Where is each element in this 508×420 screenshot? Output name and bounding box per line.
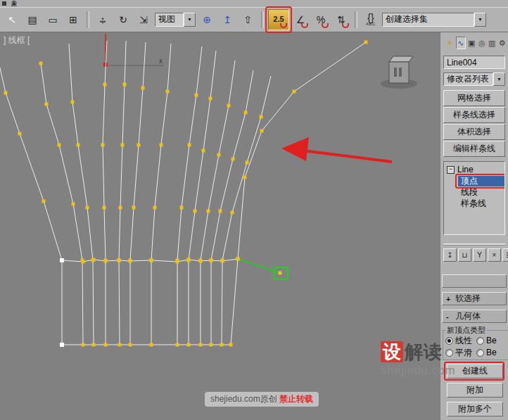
rollout-selection[interactable] xyxy=(442,274,507,288)
watermark-accent: 设 xyxy=(381,341,403,362)
stack-root-item[interactable]: −Line xyxy=(444,164,504,175)
configure-modifier-sets-icon[interactable]: ☰ xyxy=(502,248,508,262)
select-and-rotate-icon[interactable]: ↻ xyxy=(114,10,132,30)
panel-button-wrap: 附加 xyxy=(447,383,502,397)
reference-coordinate-dropdown[interactable]: 视图▼ xyxy=(155,13,196,27)
rollout-toggle-icon[interactable]: - xyxy=(446,312,452,321)
group-legend: 新顶点类型 xyxy=(445,325,487,336)
stack-toolbar: ↧⊔Y×☰ xyxy=(443,245,505,262)
command-button[interactable]: 附加多个 xyxy=(447,402,503,416)
watermark-site: shejiedu.com xyxy=(381,364,455,378)
selection-region-icon[interactable]: ▭ xyxy=(44,10,62,30)
dropdown-arrow-icon[interactable]: ▼ xyxy=(474,13,486,27)
select-object-icon-glyph: ↖ xyxy=(8,15,16,25)
edit-named-selections-icon[interactable]: {}ABC xyxy=(362,10,380,30)
tab-display-icon[interactable]: ▥ xyxy=(488,37,497,49)
rollout-geometry[interactable]: -几何体 xyxy=(442,310,507,323)
radio-icon xyxy=(476,349,484,357)
make-unique-icon[interactable]: Y xyxy=(473,248,486,262)
selection-region-icon-glyph: ▭ xyxy=(48,15,57,25)
menu-strip: 象 xyxy=(0,0,508,7)
radio-option[interactable]: Be xyxy=(476,336,508,345)
modifier-button[interactable]: 编辑样条线 xyxy=(443,141,505,157)
magnet-icon xyxy=(322,23,329,28)
use-pivot-center-icon-glyph: ⊕ xyxy=(203,15,211,25)
spline-network xyxy=(0,41,366,345)
command-button[interactable]: 附加 xyxy=(447,383,503,397)
spinner-snap-icon[interactable]: ⇅ xyxy=(332,10,350,30)
main-toolbar: ↖▤▭⊞↔↕↻⇲视图▼⊕↥⇧2.5∠%⇅{}ABC创建选择集▼ xyxy=(0,7,508,32)
radio-label: Be xyxy=(486,336,497,345)
show-end-result-icon[interactable]: ⊔ xyxy=(458,248,471,262)
rollouts: +软选择-几何体 xyxy=(442,274,507,323)
modifier-button[interactable]: 体积选择 xyxy=(443,124,505,140)
named-selection-set-dropdown[interactable]: 创建选择集▼ xyxy=(382,13,486,27)
viewport-label[interactable]: ] 线框 [ xyxy=(4,34,30,46)
remove-modifier-icon[interactable]: × xyxy=(488,248,501,262)
watermark-footer-warning: 禁止转载 xyxy=(279,394,313,404)
select-by-name-icon[interactable]: ▤ xyxy=(23,10,42,30)
snap-toggle-2.5-icon[interactable]: 2.5 xyxy=(268,9,289,30)
window-crossing-icon-glyph: ⊞ xyxy=(69,15,77,25)
toolbar-separator xyxy=(261,11,264,28)
magnet-icon xyxy=(280,23,287,28)
stack-item[interactable]: 顶点 xyxy=(444,175,504,186)
watermark-logo: 设解读 shejiedu.com xyxy=(381,342,455,377)
tab-utilities-icon[interactable]: ⚙ xyxy=(498,37,507,49)
stack-item[interactable]: 样条线 xyxy=(444,198,504,209)
rollout-toggle-icon[interactable]: + xyxy=(446,295,452,303)
overlay-glyph: ↕ xyxy=(101,15,106,25)
rollout-soft-selection[interactable]: +软选择 xyxy=(442,292,507,305)
pin-stack-icon[interactable]: ↧ xyxy=(443,248,457,262)
edit-named-selections-icon-glyph: {} xyxy=(367,13,374,23)
rollout-label: 几何体 xyxy=(455,310,481,322)
watermark-footer-site: shejiedu.com原创 xyxy=(210,394,277,404)
radio-option[interactable]: Be xyxy=(476,348,508,357)
tab-hierarchy-icon[interactable]: ▣ xyxy=(467,37,476,49)
object-name-field[interactable]: Line004 xyxy=(443,56,505,69)
select-object-icon[interactable]: ↖ xyxy=(3,10,21,30)
angle-snap-icon[interactable]: ∠ xyxy=(291,10,310,30)
modifier-list-value: 修改器列表 xyxy=(443,72,493,86)
named-selection-set-dropdown-value: 创建选择集 xyxy=(382,13,474,27)
select-and-scale-icon[interactable]: ⇲ xyxy=(134,10,153,30)
select-by-name-icon-glyph: ▤ xyxy=(27,15,37,25)
dropdown-arrow-icon[interactable]: ▼ xyxy=(493,72,505,86)
toolbar-separator xyxy=(355,11,357,28)
radio-label: 平滑 xyxy=(455,347,472,359)
tab-modify-icon[interactable]: ∿ xyxy=(456,37,466,49)
toolbar-separator xyxy=(87,11,89,28)
dropdown-arrow-icon[interactable]: ▼ xyxy=(184,13,196,27)
spline-vertices[interactable] xyxy=(4,41,368,348)
modifier-button[interactable]: 样条线选择 xyxy=(443,107,505,123)
modifier-button[interactable]: 网格选择 xyxy=(443,90,505,106)
watermark-rest: 解读 xyxy=(405,341,443,362)
tab-motion-icon[interactable]: ◎ xyxy=(478,37,487,49)
reference-coordinate-dropdown-value: 视图 xyxy=(155,13,184,27)
watermark-footer: shejiedu.com原创 禁止转载 xyxy=(205,392,319,407)
keyboard-override-icon[interactable]: ⇧ xyxy=(239,10,257,30)
create-line-rubber-band xyxy=(238,259,288,279)
viewport[interactable]: x ] 线框 [ xyxy=(0,32,440,420)
stack-item-label: 样条线 xyxy=(458,198,505,209)
viewport-canvas[interactable]: x xyxy=(0,32,440,420)
percent-snap-icon[interactable]: % xyxy=(312,10,330,30)
tab-create-icon[interactable]: ☀ xyxy=(445,37,455,49)
modifier-stack: −Line顶点线段样条线 xyxy=(443,161,505,235)
use-pivot-center-icon[interactable]: ⊕ xyxy=(198,10,216,30)
stack-root-label: Line xyxy=(457,165,474,174)
magnet-icon xyxy=(342,23,349,28)
scene-object xyxy=(381,56,417,89)
select-and-manipulate-icon[interactable]: ↥ xyxy=(218,10,236,30)
modifier-list-dropdown[interactable]: 修改器列表 ▼ xyxy=(443,72,505,86)
tree-collapse-icon[interactable]: − xyxy=(447,166,455,174)
select-and-scale-icon-glyph: ⇲ xyxy=(139,15,148,25)
stack-item[interactable]: 线段 xyxy=(444,186,504,198)
annotation-arrow xyxy=(281,137,392,162)
select-and-move-icon[interactable]: ↔↕ xyxy=(94,10,112,30)
radio-label: 线性 xyxy=(455,335,472,347)
magnet-icon xyxy=(301,23,308,28)
window-crossing-icon[interactable]: ⊞ xyxy=(64,10,82,30)
menu-text: 象 xyxy=(11,0,18,7)
radio-label: Be xyxy=(486,348,497,357)
